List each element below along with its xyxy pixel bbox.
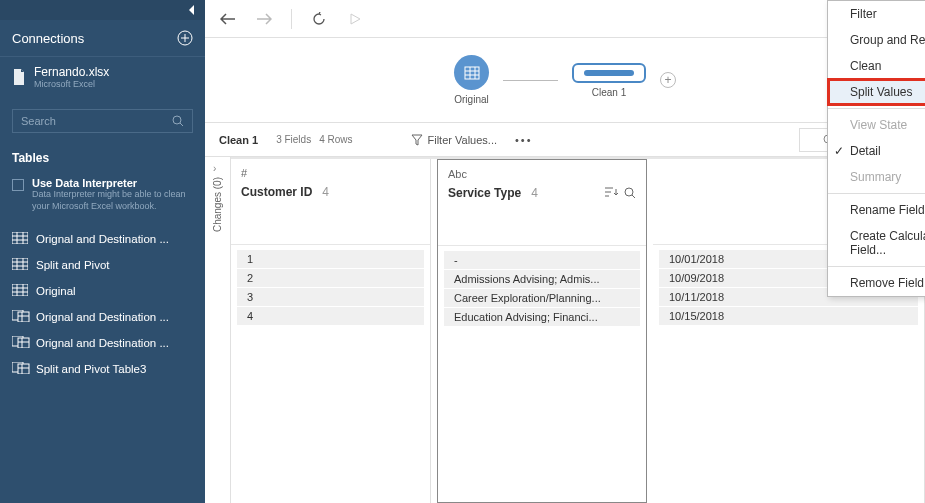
data-cell[interactable]: - [444,251,640,269]
sidebar-item[interactable]: Split and Pivot Table3 [0,356,205,382]
menu-item[interactable]: Group and Replace▶ [828,27,925,53]
back-button[interactable] [219,10,237,28]
profile-pane: › Changes (0) #Customer ID41234AbcServic… [205,157,925,503]
data-cell[interactable]: 10/15/2018 [659,307,918,325]
data-cell[interactable]: Career Exploration/Planning... [444,289,640,307]
connection-file[interactable]: Fernando.xlsx Microsoft Excel [0,57,205,97]
column-type-icon[interactable]: # [241,167,420,179]
refresh-button[interactable] [310,10,328,28]
profile-column[interactable]: #Customer ID41234 [231,159,431,503]
menu-item[interactable]: Rename Field [828,197,925,223]
sidebar-item-label: Split and Pivot Table3 [36,363,146,375]
menu-item: Summary [828,164,925,190]
column-type-icon[interactable]: Abc [448,168,636,180]
original-node-icon [454,55,489,90]
filter-values-button[interactable]: Filter Values... [411,134,498,146]
menu-item-label: Create Calculated Field... [850,229,925,257]
flow-node-clean[interactable]: Clean 1 [572,63,646,98]
sidebar-item[interactable]: Split and Pivot [0,252,205,278]
menu-separator [828,193,925,194]
sort-icon[interactable] [604,187,618,197]
sidebar-collapse[interactable] [0,0,205,20]
table-icon [12,258,28,270]
changes-panel-tab[interactable]: › Changes (0) [205,157,231,503]
data-interpreter-checkbox[interactable] [12,179,24,191]
column-title[interactable]: Customer ID [241,185,312,199]
data-interpreter-sub: Data Interpreter might be able to clean … [32,189,193,212]
sidebar: Connections Fernando.xlsx Microsoft Exce… [0,0,205,503]
file-type: Microsoft Excel [34,79,109,89]
sidebar-item[interactable]: Orignal and Destination ... [0,304,205,330]
joined-table-icon [12,336,30,348]
search-icon[interactable] [624,187,636,199]
svg-rect-8 [18,338,29,348]
svg-rect-2 [12,232,28,244]
data-cell[interactable]: Admissions Advising; Admis... [444,270,640,288]
add-connection-icon[interactable] [177,30,193,46]
data-cell[interactable]: 1 [237,250,424,268]
menu-separator [828,108,925,109]
more-options-button[interactable]: ••• [515,134,533,146]
column-header: #Customer ID4 [231,159,430,245]
menu-item[interactable]: Split Values▶ [828,79,925,105]
add-step-button[interactable]: + [660,72,676,88]
data-interpreter-row[interactable]: Use Data Interpreter Data Interpreter mi… [0,171,205,218]
column-body: 1234 [231,245,430,330]
svg-rect-11 [465,67,479,79]
file-icon [12,69,26,85]
table-icon [12,232,28,244]
sidebar-item[interactable]: Orignal and Destination ... [0,330,205,356]
profile-column[interactable]: AbcService Type4-Admissions Advising; Ad… [437,159,647,503]
joined-table-icon [12,362,30,374]
menu-item[interactable]: Create Calculated Field... [828,223,925,263]
menu-item[interactable]: ✓Detail [828,138,925,164]
table-icon [12,284,28,296]
menu-item-label: Split Values [850,85,912,99]
clean-node-icon [572,63,646,83]
column-count: 4 [322,185,329,199]
column-header: AbcService Type4 [438,160,646,246]
menu-item[interactable]: Remove Field [828,270,925,296]
sidebar-item[interactable]: Orignal and Destination ... [0,226,205,252]
tables-list: Orignal and Destination ...Split and Piv… [0,226,205,382]
toolbar-separator [291,9,292,29]
clean-node-label: Clean 1 [592,87,626,98]
data-cell[interactable]: 4 [237,307,424,325]
data-cell[interactable]: 2 [237,269,424,287]
menu-item-label: Clean [850,59,881,73]
sidebar-item[interactable]: Original [0,278,205,304]
check-icon: ✓ [834,144,844,158]
menu-item[interactable]: Clean▶ [828,53,925,79]
data-cell[interactable]: Education Advising; Financi... [444,308,640,326]
menu-item-label: Group and Replace [850,33,925,47]
sidebar-item-label: Orignal and Destination ... [36,233,169,245]
sidebar-search[interactable] [12,109,193,133]
fields-count: 3 Fields [276,134,311,145]
menu-item: View State [828,112,925,138]
menu-item[interactable]: Filter▶ [828,1,925,27]
filter-bar: Clean 1 3 Fields 4 Rows Filter Values...… [205,123,925,157]
search-input[interactable] [21,115,172,127]
menu-item-label: Summary [850,170,901,184]
joined-table-icon [12,310,30,322]
menu-item-label: Remove Field [850,276,924,290]
column-body: -Admissions Advising; Admis...Career Exp… [438,246,646,331]
flow-node-original[interactable]: Original [454,55,489,105]
forward-button[interactable] [255,10,273,28]
search-icon [172,115,184,127]
toolbar [205,0,925,38]
svg-rect-10 [18,364,29,374]
step-title: Clean 1 [219,134,258,146]
run-button[interactable] [346,10,364,28]
tables-label: Tables [0,145,205,171]
svg-point-13 [625,188,633,196]
sidebar-item-label: Orignal and Destination ... [36,311,169,323]
filter-icon [411,134,423,146]
data-cell[interactable]: 3 [237,288,424,306]
flow-connector [503,80,558,81]
menu-separator [828,266,925,267]
column-count: 4 [531,186,538,200]
data-interpreter-title: Use Data Interpreter [32,177,193,189]
flow-canvas[interactable]: Original Clean 1 + − [205,38,925,123]
column-title[interactable]: Service Type [448,186,521,200]
